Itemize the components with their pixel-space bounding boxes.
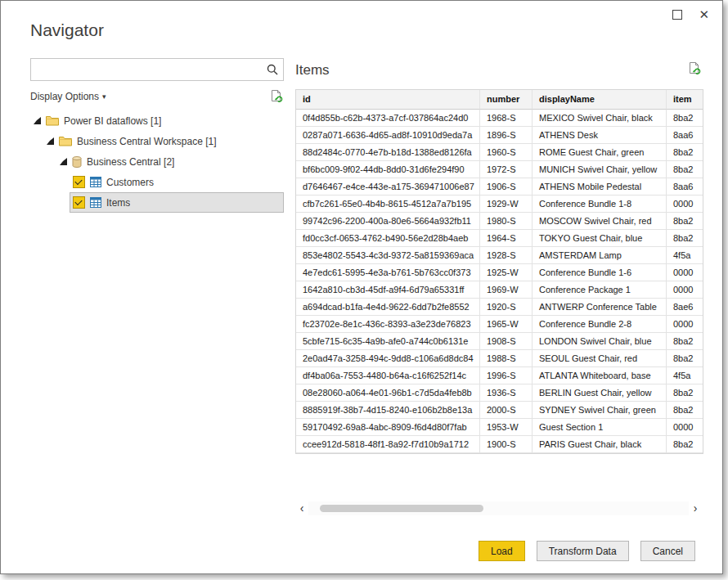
preview-title: Items [295,62,330,79]
table-cell: 4e7edc61-5995-4e3a-b761-5b763cc0f373 [296,264,480,281]
table-cell: 1968-S [480,110,533,127]
table-cell: fc23702e-8e1c-436c-8393-a3e23de76823 [296,316,480,333]
scroll-left-icon[interactable]: ‹ [295,501,308,515]
folder-icon [59,136,72,146]
table-row: d7646467-e4ce-443e-a175-369471006e871906… [296,178,703,196]
page-title: Navigator [30,20,104,40]
table-cell: 8ba2 [667,161,703,178]
table-cell: 8ba2 [667,230,703,247]
table-cell: 2000-S [480,402,533,419]
table-row: ccee912d-5818-48f1-8a92-f7d10b9a17121900… [296,436,703,453]
table-cell: 1900-S [480,436,533,453]
table-row: 1642a810-cb3d-45df-a9f4-6d79a65331ff1969… [296,281,703,299]
expand-collapse-icon[interactable] [60,158,67,165]
tree-item-business-central-workspace-1[interactable]: Business Central Workspace [1] [30,131,284,151]
table-cell: 0000 [667,419,703,436]
search-icon[interactable] [267,64,278,75]
table-cell: 1936-S [480,384,533,402]
table-cell: ccee912d-5818-48f1-8a92-f7d10b9a1712 [296,436,480,453]
preview-table: idnumberdisplayNameitem 0f4d855b-c62b-43… [295,89,703,454]
table-cell: ATLANTA Whiteboard, base [533,367,667,384]
tree-item-label: Business Central Workspace [1] [77,136,217,147]
table-cell: 4f5a [667,247,703,264]
table-cell: 1980-S [480,213,533,230]
table-cell: 1925-W [480,264,533,281]
table-cell: ATHENS Desk [533,127,667,144]
table-cell: 08e28060-a064-4e01-96b1-c7d5da4feb8b [296,384,480,402]
preview-table-body: 0f4d855b-c62b-4373-a7cf-037864ac24d01968… [296,110,703,453]
tree-item-items[interactable]: Items [30,192,284,213]
table-cell: 8ba2 [667,350,703,367]
table-cell: AMSTERDAM Lamp [533,247,667,264]
table-cell: Conference Package 1 [533,281,667,299]
table-row: 4e7edc61-5995-4e3a-b761-5b763cc0f3731925… [296,264,703,281]
table-cell: 0287a071-6636-4d65-ad8f-10910d9eda7a [296,127,480,144]
table-cell: 8ba2 [667,384,703,402]
scroll-right-icon[interactable]: › [689,501,702,515]
tree-item-label: Business Central [2] [87,156,174,168]
table-cell: SEOUL Guest Chair, red [533,350,667,367]
tree-item-power-bi-dataflows-1[interactable]: Power BI dataflows [1] [30,110,284,131]
table-cell: 853e4802-5543-4c3d-9372-5a8159369aca [296,247,480,264]
table-cell: 99742c96-2200-400a-80e6-5664a932fb11 [296,213,480,230]
table-cell: 8885919f-38b7-4d15-8240-e106b2b8e13a [296,402,480,419]
table-row: 5cbfe715-6c35-4a9b-afe0-a744c0b6131e1908… [296,333,703,350]
table-cell: Conference Bundle 1-6 [533,264,667,281]
table-cell: BERLIN Guest Chair, yellow [533,384,667,402]
table-cell: ATHENS Mobile Pedestal [533,178,667,196]
table-cell: 1965-W [480,316,533,333]
table-icon [90,177,101,187]
search-input[interactable] [31,59,267,79]
horizontal-scrollbar: ‹ › [295,501,702,515]
table-cell: 59170492-69a8-4abc-8909-f6d4d80f7fab [296,419,480,436]
table-cell: 1642a810-cb3d-45df-a9f4-6d79a65331ff [296,281,480,299]
scrollbar-thumb[interactable] [320,505,483,512]
checkbox[interactable] [73,176,85,188]
table-row: df4ba06a-7553-4480-b64a-c16f6252f14c1996… [296,367,703,384]
table-cell: cfb7c261-65e0-4b4b-8615-4512a7a7b195 [296,196,480,213]
display-options-row: Display Options ▾ [30,89,284,104]
table-cell: PARIS Guest Chair, black [533,436,667,453]
refresh-icon[interactable] [270,90,284,103]
table-cell: 0000 [667,281,703,299]
table-cell: TOKYO Guest Chair, blue [533,230,667,247]
table-cell: 0f4d855b-c62b-4373-a7cf-037864ac24d0 [296,110,480,127]
window-controls: ✕ [672,9,709,20]
column-header: number [480,90,533,110]
display-options-dropdown[interactable]: Display Options ▾ [30,91,106,102]
table-cell: d7646467-e4ce-443e-a175-369471006e87 [296,178,480,196]
load-button[interactable]: Load [479,541,525,561]
maximize-icon[interactable] [672,10,682,20]
table-cell: 8ba2 [667,402,703,419]
table-cell: 1953-W [480,419,533,436]
folder-icon [46,115,59,126]
table-cell: 1908-S [480,333,533,350]
navigator-dialog: ✕ Navigator Display Options ▾ [0,0,723,574]
table-cell: 0000 [667,196,703,213]
chevron-down-icon: ▾ [102,92,106,101]
table-cell: fd0cc3cf-0653-4762-b490-56e2d28b4aeb [296,230,480,247]
search-box [30,58,284,81]
table-cell: df4ba06a-7553-4480-b64a-c16f6252f14c [296,367,480,384]
column-header: displayName [533,90,667,110]
table-icon [90,197,101,208]
preview-refresh-icon[interactable] [688,62,702,75]
table-row: 2e0ad47a-3258-494c-9dd8-c106a6d8dc841988… [296,350,703,367]
transform-data-button[interactable]: Transform Data [537,541,629,561]
table-cell: 1929-W [480,196,533,213]
expand-collapse-icon[interactable] [34,117,41,124]
table-row: fc23702e-8e1c-436c-8393-a3e23de768231965… [296,316,703,333]
scrollbar-track[interactable] [308,501,689,515]
table-cell: 4f5a [667,367,703,384]
database-icon [72,156,82,168]
table-row: 59170492-69a8-4abc-8909-f6d4d80f7fab1953… [296,419,703,436]
tree-item-customers[interactable]: Customers [30,172,284,192]
tree-item-business-central-2[interactable]: Business Central [2] [30,151,284,172]
cancel-button[interactable]: Cancel [640,541,695,561]
expand-collapse-icon[interactable] [47,137,54,145]
table-cell: Conference Bundle 2-8 [533,316,667,333]
table-cell: 1928-S [480,247,533,264]
close-icon[interactable]: ✕ [699,9,709,20]
checkbox[interactable] [73,196,85,209]
table-cell: MEXICO Swivel Chair, black [533,110,667,127]
